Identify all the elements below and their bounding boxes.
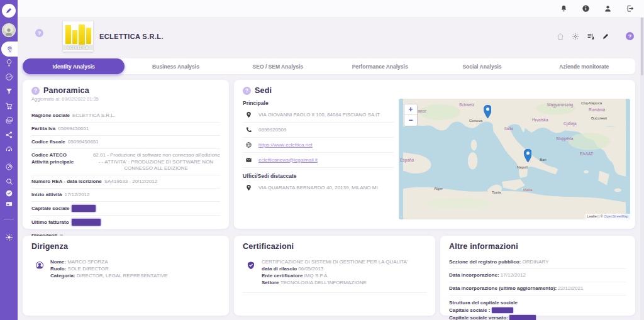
sidebar-item-speedometer[interactable]	[0, 142, 18, 156]
help-icon[interactable]: ?	[35, 29, 43, 37]
sidebar	[0, 0, 18, 320]
bell-icon[interactable]	[560, 4, 568, 13]
tab-business-analysis[interactable]: Business Analysis	[125, 58, 226, 74]
sidebar-item-share[interactable]	[0, 128, 18, 141]
tab-seo-sem-analysis[interactable]: SEO / SEM Analysis	[227, 58, 329, 74]
leaflet-map[interactable]: France Schweiz Magyarország România Hrva…	[399, 99, 630, 219]
field-codice-fiscale: Codice fiscale05099450651	[31, 136, 220, 149]
principale-heading: Principale	[243, 100, 394, 106]
speedometer-icon	[5, 145, 13, 153]
settings-gear-icon	[5, 233, 13, 241]
altre-informazioni-card: Altre informazioni Sezione del registro …	[440, 236, 635, 316]
sidebar-item-settings[interactable]	[0, 230, 18, 244]
scrollbar[interactable]	[640, 0, 644, 320]
openstreetmap-link[interactable]: OpenStreetMap	[604, 214, 628, 218]
certification-body: Ente certificatore IMQ S.P.A.	[262, 272, 408, 279]
field-attivita-principale: Attività principale- - ATTIVITA' : PRODU…	[31, 159, 220, 172]
branch-address-row: VIA QUARANTA BERNARDO 40, 20139, MILANO …	[243, 180, 394, 195]
field-capitale-versato: Capitale sociale versato:	[449, 314, 626, 320]
website-row: https://www.eclettica.net	[243, 138, 394, 153]
user-icon[interactable]	[604, 4, 612, 13]
dirigenza-title: Dirigenza	[31, 242, 220, 251]
certification-sector: Settore TECNOLOGIA DELL'INFORMAZIONE	[262, 279, 408, 286]
mail-analytics-icon	[5, 73, 13, 81]
idea-bulb-icon	[5, 58, 13, 67]
sidebar-item-idea[interactable]	[0, 55, 18, 69]
map-marker-milano[interactable]	[484, 105, 492, 118]
sidebar-item-card[interactable]	[0, 197, 18, 211]
capital-structure-heading: Struttura del capitale sociale	[449, 299, 626, 307]
app-logo[interactable]	[2, 4, 16, 18]
sidebar-item-identity[interactable]	[1, 41, 18, 57]
sedi-help-icon[interactable]: ?	[243, 87, 251, 95]
field-capitale-sociale: Capitale sociale	[31, 202, 220, 216]
tab-social-analysis[interactable]: Social Analysis	[431, 58, 533, 74]
last-updated: Aggiornato al: 09/02/2022 01:35	[31, 96, 220, 102]
info-icon[interactable]	[582, 4, 590, 13]
avatar-person-icon	[4, 26, 14, 36]
field-partita-iva: Partita Iva05099450651	[31, 123, 220, 136]
company-logo: eclettica	[63, 21, 93, 52]
company-list-icon[interactable]	[587, 33, 594, 40]
sedi-title: ? Sedi	[243, 86, 626, 95]
website-link[interactable]: https://www.eclettica.net	[258, 142, 313, 148]
altre-title: Altre informazioni	[449, 242, 626, 251]
certification-name: CERTIFICAZIONE DI SISTEMI DI GESTIONE PE…	[262, 258, 408, 265]
gear-icon[interactable]	[572, 33, 579, 40]
director-entry: Nome: MARCO SFORZA Ruolo: SOLE DIRECTOR …	[31, 258, 220, 279]
home-icon[interactable]	[557, 33, 564, 40]
zoom-out-button[interactable]: −	[404, 115, 417, 126]
tab-performance-analysis[interactable]: Performance Analysis	[329, 58, 431, 74]
target-icon	[5, 163, 13, 171]
map-marker-fisciano[interactable]	[524, 149, 532, 162]
sidebar-item-mail-analytics[interactable]	[0, 70, 18, 84]
logout-icon[interactable]	[626, 4, 634, 13]
sidebar-divider	[4, 219, 14, 219]
sidebar-item-filter[interactable]	[0, 84, 18, 98]
sidebar-item-target[interactable]	[0, 160, 18, 174]
director-role: Ruolo: SOLE DIRECTOR	[50, 265, 167, 272]
person-circle-icon	[35, 261, 44, 279]
user-avatar[interactable]	[2, 23, 16, 37]
field-ragione-sociale: Ragione socialeECLETTICA S.R.L.	[31, 109, 220, 123]
map-zoom-control: + −	[404, 104, 418, 126]
capital-structure-section: Struttura del capitale sociale Capitale …	[449, 295, 626, 320]
panoramica-help-icon[interactable]: ?	[31, 87, 40, 95]
map-canvas	[399, 99, 630, 219]
edit-pencil-icon[interactable]	[602, 33, 609, 40]
field-inizio-attivita: Inizio attività17/12/2012	[31, 189, 220, 202]
page-title: ECLETTICA S.R.L.	[99, 33, 164, 40]
fingerprint-icon	[6, 45, 14, 53]
badge-check-icon	[5, 189, 13, 197]
help-circle-icon[interactable]: ?	[626, 32, 634, 40]
certificazioni-title: Certificazioni	[243, 242, 426, 251]
pencil-logo-icon	[5, 7, 13, 14]
globe-icon	[245, 141, 252, 148]
divider	[243, 292, 426, 293]
logo-text: eclettica	[63, 45, 93, 50]
tab-identity-analysis[interactable]: Identity Analysis	[23, 58, 125, 74]
redacted-value	[492, 307, 513, 313]
search-icon	[5, 177, 13, 185]
director-category: Categoria: DIRECTOR, LEGAL REPRESENTATIV…	[50, 272, 167, 279]
analysis-tabs: Identity Analysis Business Analysis SEO …	[23, 58, 635, 74]
field-ultimo-fatturato: Ultimo fatturato	[31, 216, 220, 229]
location-pin-icon	[245, 184, 252, 191]
field-numero-rea: Numero REA - data iscrizioneSA419633 - 2…	[31, 175, 220, 189]
sidebar-item-gallery[interactable]	[0, 113, 18, 127]
sidebar-item-cart[interactable]	[0, 99, 18, 113]
dirigenza-card: Dirigenza Nome: MARCO SFORZA Ruolo: SOLE…	[23, 236, 229, 316]
tab-aziende-monitorate[interactable]: Aziende monitorate	[533, 58, 635, 74]
email-link[interactable]: ecletticanews@legalmail.it	[258, 157, 318, 163]
leaflet-link[interactable]: Leaflet	[587, 214, 598, 218]
phone-row: 0899920509	[243, 123, 394, 138]
distaccate-heading: Uffici/Sedi distaccate	[243, 173, 394, 179]
map-attribution: Leaflet | © OpenStreetMap	[586, 214, 630, 219]
field-codice-ateco: Codice ATECO62.01 - Produzione di softwa…	[31, 152, 220, 158]
location-pin-icon	[245, 111, 252, 118]
zoom-in-button[interactable]: +	[404, 104, 417, 115]
share-icon	[5, 131, 13, 139]
field-capitale-sociale: Capitale sociale :	[449, 307, 626, 314]
field-ateco-block: Codice ATECO62.01 - Produzione di softwa…	[31, 149, 220, 175]
sedi-card: ? Sedi Principale VIA GIOVANNI PAOLO II …	[234, 80, 635, 229]
